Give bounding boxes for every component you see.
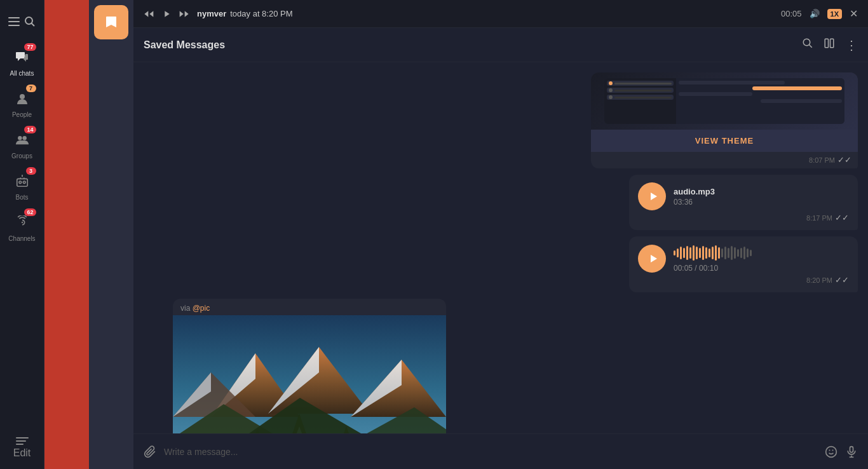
theme-bubble: VIEW THEME 8:07 PM ✓✓	[591, 72, 858, 168]
svg-line-4	[31, 24, 34, 27]
svg-rect-49	[850, 446, 853, 452]
more-options-button[interactable]: ⋮	[845, 37, 858, 53]
photo-message-row: 🍎 via @pic	[144, 299, 858, 433]
tp-msg-right	[752, 86, 842, 90]
menu-icon[interactable]	[6, 10, 22, 33]
saved-messages-icon	[94, 5, 128, 39]
sidebar-item-groups[interactable]: 14 Groups	[0, 123, 44, 165]
svg-point-12	[803, 39, 810, 46]
svg-rect-0	[8, 17, 20, 18]
audio-details: audio.mp3 03:36	[674, 187, 849, 207]
view-theme-button[interactable]: VIEW THEME	[591, 130, 858, 152]
header-actions: ⋮	[802, 37, 858, 53]
column-layout-button[interactable]	[824, 37, 835, 52]
svg-point-9	[18, 181, 21, 184]
tp-msg-left	[679, 81, 785, 85]
chat-title: Saved Messages	[144, 39, 802, 51]
bots-icon: 3	[11, 170, 34, 193]
svg-line-13	[809, 44, 812, 48]
sidebar-bottom: Edit	[0, 433, 44, 469]
all-chats-badge: 77	[24, 43, 36, 51]
groups-badge: 14	[24, 126, 36, 133]
audio-play-button[interactable]	[638, 182, 666, 210]
groups-icon: 14	[11, 128, 34, 151]
audio-controls-right: 00:05 🔊 1X ✕	[781, 8, 858, 20]
voice-bubble: 00:05 / 00:10 8:20 PM ✓✓	[629, 236, 858, 292]
message-input[interactable]	[164, 447, 817, 457]
theme-message: VIEW THEME 8:07 PM ✓✓	[591, 72, 858, 168]
waveform	[674, 244, 849, 262]
messages-area: VIEW THEME 8:07 PM ✓✓ audio.mp3	[133, 62, 868, 433]
search-icon[interactable]	[22, 10, 38, 33]
voice-message: 00:05 / 00:10 8:20 PM ✓✓	[629, 236, 858, 292]
attach-button[interactable]	[144, 445, 156, 458]
edit-button[interactable]: Edit	[0, 433, 44, 463]
play-pause-button[interactable]	[161, 9, 172, 19]
audio-duration-label: 03:36	[674, 198, 849, 207]
groups-label: Groups	[11, 153, 32, 160]
photo-image[interactable]	[173, 315, 446, 433]
audio-file-bubble: audio.mp3 03:36 8:17 PM ✓✓	[629, 175, 858, 230]
saved-messages-tab[interactable]	[89, 0, 133, 469]
voice-play-button[interactable]	[638, 245, 666, 273]
svg-rect-14	[825, 39, 828, 48]
people-badge: 7	[26, 85, 36, 92]
tp-msg-left2	[679, 92, 752, 96]
chat-header: Saved Messages ⋮	[133, 28, 868, 62]
audio-filename: audio.mp3	[674, 187, 849, 196]
tp-row-1	[607, 81, 674, 86]
channels-badge: 62	[24, 208, 36, 216]
people-label: People	[12, 111, 32, 118]
message-input-area	[133, 433, 868, 469]
microphone-button[interactable]	[845, 445, 858, 458]
tp-row-3	[607, 95, 674, 100]
audio-time-text: today at 8:20 PM	[230, 9, 292, 18]
emoji-button[interactable]	[825, 445, 837, 458]
forward-button[interactable]	[179, 9, 189, 19]
sidebar-item-people[interactable]: 7 People	[0, 82, 44, 123]
tp-row-2	[607, 88, 674, 93]
main-chat-area: nymver today at 8:20 PM 00:05 🔊 1X ✕ Sav…	[133, 0, 868, 469]
audio-file-message: audio.mp3 03:36 8:17 PM ✓✓	[629, 175, 858, 230]
voice-msg-time: 8:20 PM ✓✓	[638, 275, 849, 285]
waveform-container: 00:05 / 00:10	[674, 244, 849, 273]
theme-preview	[591, 72, 858, 130]
svg-point-5	[20, 94, 25, 99]
close-audio-button[interactable]: ✕	[850, 8, 858, 20]
sidebar-item-bots[interactable]: 3 Bots	[0, 165, 44, 206]
photo-source: @pic	[193, 304, 210, 313]
speed-badge[interactable]: 1X	[827, 9, 842, 19]
svg-point-6	[18, 136, 22, 140]
photo-via: via @pic	[173, 299, 446, 315]
chat-list-panel	[44, 0, 89, 469]
svg-point-10	[23, 181, 25, 184]
rewind-button[interactable]	[144, 9, 154, 19]
audio-playback-bar: nymver today at 8:20 PM 00:05 🔊 1X ✕	[133, 0, 868, 28]
svg-rect-2	[8, 25, 20, 26]
audio-duration: 00:05	[781, 9, 802, 18]
edit-label: Edit	[13, 447, 31, 459]
volume-icon[interactable]: 🔊	[810, 9, 820, 18]
photo-message: via @pic	[173, 299, 446, 433]
voice-row: 00:05 / 00:10	[638, 244, 849, 273]
all-chats-label: All chats	[10, 70, 34, 77]
theme-msg-time: 8:07 PM ✓✓	[591, 152, 858, 168]
sidebar-item-all-chats[interactable]: 77 All chats	[0, 41, 44, 82]
all-chats-icon: 77	[11, 46, 34, 69]
voice-progress: 00:05 / 00:10	[674, 264, 849, 273]
channels-icon: 62	[11, 211, 34, 234]
sidebar-item-channels[interactable]: 62 Channels	[0, 206, 44, 247]
sidebar-top-actions	[0, 5, 44, 38]
audio-row: audio.mp3 03:36	[638, 182, 849, 210]
search-chat-button[interactable]	[802, 37, 813, 52]
audio-msg-time: 8:17 PM ✓✓	[638, 213, 849, 222]
channels-label: Channels	[8, 235, 35, 242]
svg-rect-1	[8, 21, 20, 22]
theme-preview-sidebar	[604, 78, 676, 124]
read-check-icon: ✓✓	[837, 155, 851, 165]
svg-point-7	[22, 136, 26, 140]
audio-sender: nymver	[197, 9, 226, 18]
people-icon: 7	[11, 87, 34, 110]
svg-point-46	[826, 446, 837, 457]
svg-rect-15	[831, 39, 834, 48]
